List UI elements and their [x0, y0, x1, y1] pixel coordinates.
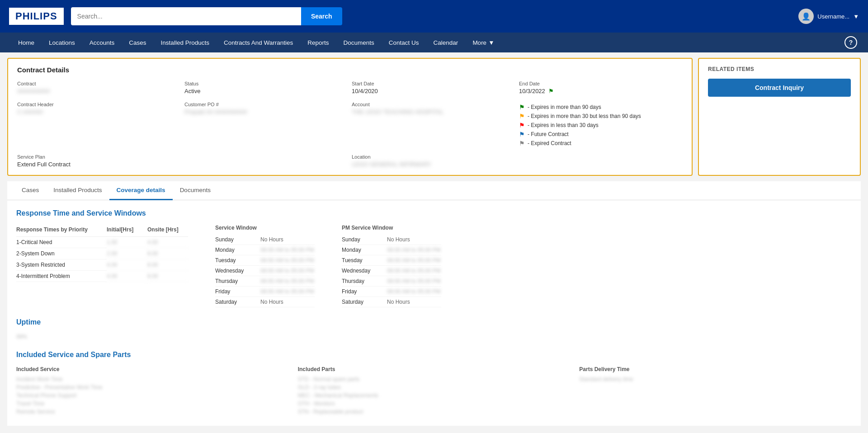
- nav-item-accounts[interactable]: Accounts: [82, 33, 122, 52]
- sw-hours-saturday: No Hours: [260, 299, 283, 305]
- orange-flag-icon: ⚑: [519, 113, 525, 120]
- ip-item-3: MEC - Mechanical Replacements: [298, 392, 571, 399]
- included-parts-label: Included Parts: [298, 366, 571, 372]
- start-date-label: Start Date: [352, 81, 515, 86]
- pm-sw-sunday: Sunday No Hours: [342, 235, 441, 245]
- pm-sw-day-thursday: Thursday: [342, 278, 378, 284]
- tab-documents[interactable]: Documents: [173, 181, 218, 200]
- included-service-section: Included Service and Spare Parts Include…: [16, 351, 852, 417]
- nav-item-contact-us[interactable]: Contact Us: [382, 33, 426, 52]
- related-items-panel: RELATED ITEMS Contract Inquiry: [698, 58, 861, 176]
- contract-field: Contract ##########: [17, 81, 181, 94]
- start-date-value: 10/4/2020: [352, 88, 515, 94]
- location-value[interactable]: LEGO GENERAL INFIRMARY: [352, 161, 515, 168]
- start-date-field: Start Date 10/4/2020: [352, 81, 515, 94]
- location-label: Location: [352, 154, 515, 160]
- sw-day-wednesday: Wednesday: [215, 268, 251, 274]
- service-window-section: Service Window Sunday No Hours Monday 08…: [215, 225, 315, 307]
- nav-item-locations[interactable]: Locations: [42, 33, 82, 52]
- search-bar: Search: [71, 7, 342, 25]
- contract-label: Contract: [17, 81, 181, 86]
- pm-service-window-section: PM Service Window Sunday No Hours Monday…: [342, 225, 441, 307]
- sw-hours-friday: 08:00 AM to 05:00 PM: [260, 288, 314, 295]
- empty-field-2: [519, 154, 683, 168]
- legend-orange: ⚑ - Expires in more than 30 but less tha…: [519, 113, 683, 120]
- panel-title: Contract Details: [17, 66, 683, 74]
- parts-delivery-col: Parts Delivery Time Standard delivery ti…: [579, 366, 852, 417]
- account-label: Account: [352, 102, 515, 107]
- blue-flag-icon: ⚑: [519, 131, 525, 138]
- is-item-4: Travel Time: [16, 400, 289, 407]
- account-value[interactable]: THE LEGO TEACHING HOSPITAL: [352, 108, 515, 115]
- pm-sw-day-wednesday: Wednesday: [342, 268, 378, 274]
- end-date-value: 10/3/2022 ⚑: [519, 88, 683, 94]
- nav-item-home[interactable]: Home: [11, 33, 42, 52]
- nav-item-contracts[interactable]: Contracts And Warranties: [217, 33, 300, 52]
- rt-row-1-initial: 1.00: [107, 237, 147, 248]
- sw-friday: Friday 08:00 AM to 05:00 PM: [215, 287, 315, 297]
- is-item-2: Predictive - Preventative Work Time: [16, 384, 289, 391]
- pm-sw-wednesday: Wednesday 08:00 AM to 05:00 PM: [342, 266, 441, 276]
- nav-item-reports[interactable]: Reports: [300, 33, 336, 52]
- flag-green-icon: ⚑: [548, 88, 554, 94]
- pm-sw-hours-thursday: 08:00 AM to 05:00 PM: [387, 278, 441, 284]
- legend-red: ⚑ - Expires in less than 30 days: [519, 122, 683, 129]
- rt-row-1-onsite: 4.00: [147, 237, 188, 248]
- sw-day-thursday: Thursday: [215, 278, 251, 284]
- nav-item-calendar[interactable]: Calendar: [426, 33, 466, 52]
- ip-item-2: GLD - 2-ray tubes: [298, 384, 571, 391]
- tab-content-area: Cases Installed Products Coverage detail…: [7, 181, 861, 426]
- sw-day-sunday: Sunday: [215, 236, 251, 243]
- top-header: PHILIPS Search 👤 Username... ▼: [0, 0, 868, 33]
- related-items-title: RELATED ITEMS: [708, 66, 851, 72]
- search-input[interactable]: [71, 7, 301, 25]
- tab-cases[interactable]: Cases: [14, 181, 46, 200]
- service-window-title: Service Window: [215, 225, 315, 231]
- included-section-title: Included Service and Spare Parts: [16, 351, 852, 359]
- more-label: More: [472, 39, 486, 46]
- service-plan-field: Service Plan Extend Full Contract: [17, 154, 181, 168]
- logo-text: PHILIPS: [15, 10, 57, 22]
- user-name: Username...: [817, 13, 849, 20]
- pm-sw-hours-sunday: No Hours: [387, 236, 410, 243]
- sw-day-saturday: Saturday: [215, 299, 251, 305]
- is-item-1: Incident Work Time: [16, 376, 289, 382]
- pm-sw-hours-wednesday: 08:00 AM to 05:00 PM: [387, 268, 441, 274]
- parts-delivery-label: Parts Delivery Time: [579, 366, 852, 372]
- avatar: 👤: [798, 9, 814, 24]
- response-time-section: Response Time and Service Windows Respon…: [16, 209, 852, 307]
- tab-coverage-details[interactable]: Coverage details: [109, 181, 173, 200]
- ip-item-5: STN - Replaceable product: [298, 409, 571, 415]
- search-button[interactable]: Search: [301, 7, 342, 25]
- contract-details-panel: Contract Details Contract ########## Sta…: [7, 58, 693, 176]
- help-icon[interactable]: ?: [844, 36, 857, 49]
- is-item-5: Remote Service: [16, 409, 289, 415]
- pm-sw-hours-tuesday: 08:00 AM to 05:00 PM: [387, 257, 441, 264]
- green-flag-icon: ⚑: [519, 104, 525, 111]
- legend-blue: ⚑ - Future Contract: [519, 131, 683, 138]
- is-item-3: Technical Phone Support: [16, 392, 289, 399]
- contract-header-label: Contract Header: [17, 102, 181, 107]
- nav-item-installed-products[interactable]: Installed Products: [154, 33, 217, 52]
- contract-inquiry-button[interactable]: Contract Inquiry: [708, 79, 851, 97]
- pm-sw-hours-saturday: No Hours: [387, 299, 410, 305]
- contract-header-field: Contract Header C-######: [17, 102, 181, 147]
- nav-item-more[interactable]: More ▼: [465, 33, 501, 52]
- legend-field: ⚑ - Expires in more than 90 days ⚑ - Exp…: [519, 102, 683, 147]
- tab-installed-products[interactable]: Installed Products: [46, 181, 109, 200]
- chevron-down-icon: ▼: [853, 13, 859, 20]
- customer-po-value: Prepaid ## ##########: [184, 108, 348, 115]
- uptime-section: Uptime 99%: [16, 318, 852, 340]
- user-area[interactable]: 👤 Username... ▼: [798, 9, 859, 24]
- sw-day-tuesday: Tuesday: [215, 257, 251, 264]
- ip-item-4: OTH - Monitors: [298, 400, 571, 407]
- rt-row-3-name: 3-System Restricted: [16, 259, 107, 271]
- location-field: Location LEGO GENERAL INFIRMARY: [352, 154, 515, 168]
- pm-sw-day-tuesday: Tuesday: [342, 257, 378, 264]
- rt-row-2-name: 2-System Down: [16, 248, 107, 259]
- pm-sw-day-monday: Monday: [342, 247, 378, 253]
- rt-onsite-header: Onsite [Hrs]: [147, 225, 188, 237]
- nav-item-documents[interactable]: Documents: [336, 33, 382, 52]
- nav-item-cases[interactable]: Cases: [122, 33, 153, 52]
- pm-sw-day-saturday: Saturday: [342, 299, 378, 305]
